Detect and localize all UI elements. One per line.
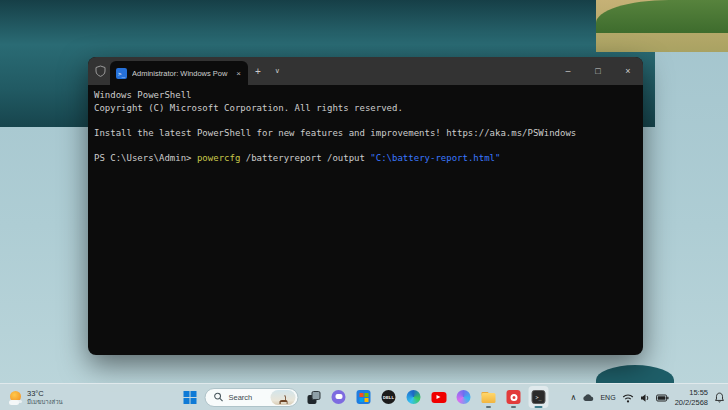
clock-time: 15:55 bbox=[675, 388, 708, 397]
command-token: powercfg bbox=[197, 153, 240, 163]
admin-shield-icon bbox=[88, 57, 110, 85]
youtube-button[interactable] bbox=[429, 386, 449, 408]
copilot-icon bbox=[457, 390, 471, 404]
task-view-icon bbox=[307, 391, 320, 404]
tab-title: Administrator: Windows Pow bbox=[132, 69, 230, 78]
edge-button[interactable] bbox=[404, 386, 424, 408]
terminal-tab[interactable]: >_ Administrator: Windows Pow × bbox=[110, 61, 248, 85]
minimize-button[interactable]: – bbox=[553, 57, 583, 85]
system-tray: ∧ ENG 15:55 20/2/2568 bbox=[571, 384, 725, 410]
prompt-text: PS C:\Users\Admin> bbox=[94, 153, 197, 163]
running-indicator bbox=[486, 406, 491, 408]
hidden-icons-chevron[interactable]: ∧ bbox=[571, 393, 577, 402]
copilot-button[interactable] bbox=[454, 386, 474, 408]
argument-tokens: /batteryreport /output bbox=[240, 153, 370, 163]
weather-condition: มีเมฆบางส่วน bbox=[27, 399, 63, 406]
maximize-button[interactable]: □ bbox=[583, 57, 613, 85]
search-highlight-image[interactable] bbox=[271, 390, 296, 405]
volume-icon[interactable] bbox=[640, 393, 650, 403]
terminal-window: >_ Administrator: Windows Pow × + ∨ – □ … bbox=[88, 57, 643, 355]
microsoft-store-button[interactable] bbox=[354, 386, 374, 408]
battery-icon[interactable] bbox=[656, 393, 669, 403]
wallpaper-pond bbox=[596, 365, 674, 383]
microsoft-store-icon bbox=[357, 390, 371, 404]
weather-sun-cloud-icon bbox=[9, 391, 23, 405]
wifi-icon[interactable] bbox=[622, 393, 634, 403]
edge-icon bbox=[407, 390, 421, 404]
language-indicator[interactable]: ENG bbox=[600, 394, 615, 401]
weather-temperature: 33°C bbox=[27, 389, 63, 398]
search-label: Search bbox=[229, 393, 266, 402]
deer-image-icon bbox=[275, 394, 291, 405]
terminal-banner-line2: Copyright (C) Microsoft Corporation. All… bbox=[94, 102, 643, 115]
clock[interactable]: 15:55 20/2/2568 bbox=[675, 388, 708, 407]
chat-button[interactable] bbox=[329, 386, 349, 408]
chat-icon bbox=[332, 390, 346, 404]
titlebar-drag-area[interactable] bbox=[287, 57, 553, 85]
powershell-icon: >_ bbox=[116, 68, 127, 79]
taskbar: 33°C มีเมฆบางส่วน Search bbox=[0, 383, 728, 410]
tab-dropdown-button[interactable]: ∨ bbox=[268, 67, 287, 75]
search-icon bbox=[214, 392, 224, 402]
onedrive-cloud-icon[interactable] bbox=[582, 393, 594, 402]
terminal-titlebar[interactable]: >_ Administrator: Windows Pow × + ∨ – □ … bbox=[88, 57, 643, 85]
terminal-banner-line1: Windows PowerShell bbox=[94, 89, 643, 102]
terminal-app-button[interactable]: >_ bbox=[529, 386, 549, 408]
file-explorer-icon bbox=[482, 392, 496, 403]
close-button[interactable]: × bbox=[613, 57, 643, 85]
task-view-button[interactable] bbox=[304, 386, 324, 408]
dell-icon: DELL bbox=[382, 390, 396, 404]
youtube-icon bbox=[431, 392, 446, 403]
start-button[interactable] bbox=[180, 386, 200, 408]
terminal-icon: >_ bbox=[532, 390, 546, 404]
notification-bell-icon[interactable] bbox=[714, 392, 725, 403]
running-indicator-active bbox=[535, 406, 543, 408]
terminal-output[interactable]: Windows PowerShell Copyright (C) Microso… bbox=[88, 85, 643, 164]
new-tab-button[interactable]: + bbox=[248, 66, 268, 77]
terminal-blank-line bbox=[94, 114, 643, 127]
windows-logo-icon bbox=[183, 391, 196, 404]
running-indicator bbox=[511, 406, 516, 408]
terminal-blank-line bbox=[94, 139, 643, 152]
file-explorer-button[interactable] bbox=[479, 386, 499, 408]
weather-widget[interactable]: 33°C มีเมฆบางส่วน bbox=[5, 384, 67, 410]
dell-app-button[interactable]: DELL bbox=[379, 386, 399, 408]
search-box[interactable]: Search bbox=[205, 388, 299, 407]
red-app-button[interactable] bbox=[504, 386, 524, 408]
tab-close-icon[interactable]: × bbox=[235, 69, 242, 78]
desktop: >_ Administrator: Windows Pow × + ∨ – □ … bbox=[0, 0, 728, 410]
taskbar-center: Search DELL bbox=[180, 384, 549, 410]
terminal-update-line: Install the latest PowerShell for new fe… bbox=[94, 127, 643, 140]
clock-date: 20/2/2568 bbox=[675, 398, 708, 407]
red-app-icon bbox=[507, 390, 521, 404]
string-argument-token: "C:\battery-report.html" bbox=[370, 153, 500, 163]
terminal-prompt-line: PS C:\Users\Admin> powercfg /batteryrepo… bbox=[94, 152, 643, 165]
